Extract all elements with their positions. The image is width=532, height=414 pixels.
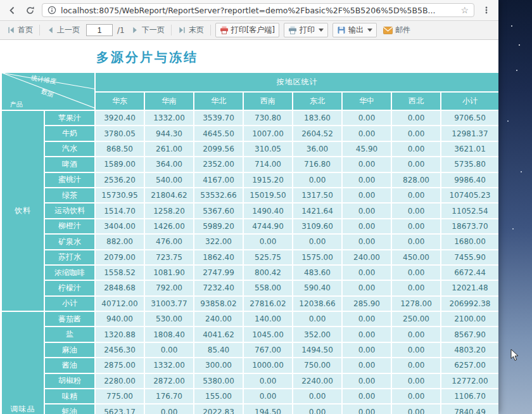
value-cell: 1007.00 (243, 126, 293, 141)
value-cell: 2456.30 (95, 342, 144, 358)
value-cell: 3404.00 (95, 219, 144, 234)
product-cell: 蚝油 (44, 404, 95, 414)
value-cell: 0.00 (342, 172, 391, 188)
value-cell: 240.00 (342, 250, 391, 265)
value-cell: 1680.00 (441, 234, 498, 249)
value-cell: 1808.40 (144, 327, 194, 342)
prev-page-button[interactable]: 上一页 (44, 23, 82, 37)
value-cell: 93858.02 (194, 296, 243, 311)
column-header: 华中 (342, 92, 391, 110)
first-page-button[interactable]: 首页 (5, 23, 35, 37)
report-title: 多源分片与冻结 (96, 49, 498, 66)
back-arrow-icon (8, 6, 17, 15)
product-cell: 盐 (44, 327, 95, 342)
table-row: 酱油2875.001332.00300.001000.00750.000.000… (1, 358, 498, 373)
value-cell: 714.00 (243, 157, 293, 172)
product-cell: 麻油 (44, 342, 95, 358)
value-cell: 0.00 (342, 389, 391, 404)
value-cell: 155.00 (194, 389, 243, 404)
value-cell: 2079.00 (95, 250, 144, 265)
value-cell: 1862.40 (194, 250, 243, 265)
value-cell: 15730.95 (95, 188, 144, 203)
value-cell: 1106.70 (441, 389, 498, 404)
mouse-cursor (510, 349, 519, 361)
table-row: 饮料苹果汁3920.401332.003539.70730.80183.600.… (1, 110, 498, 126)
next-page-label: 下一页 (142, 25, 165, 36)
table-row: 盐1320.881808.404041.621045.00352.000.000… (1, 327, 498, 342)
value-cell: 0.00 (342, 280, 391, 295)
address-bar[interactable]: localhost:8075/WebReport/ReportServer?re… (42, 3, 474, 17)
value-cell: 940.00 (95, 311, 144, 327)
value-cell: 2240.00 (293, 373, 342, 389)
value-cell: 0.00 (293, 311, 342, 327)
value-cell: 0.00 (243, 373, 293, 389)
value-cell: 0.00 (342, 358, 391, 373)
value-cell: 3109.60 (293, 219, 342, 234)
export-button[interactable]: 输出 (332, 23, 377, 37)
value-cell: 3621.01 (441, 141, 498, 157)
column-header: 华北 (194, 92, 243, 110)
value-cell: 3539.70 (194, 110, 243, 126)
value-cell: 0.00 (293, 172, 342, 188)
value-cell: 0.00 (293, 404, 342, 414)
value-cell: 0.00 (391, 404, 441, 414)
print-client-button[interactable]: 打印[客户端] (215, 23, 279, 37)
value-cell: 15019.50 (243, 188, 293, 203)
value-cell: 7232.40 (194, 280, 243, 295)
product-cell: 小计 (44, 296, 95, 311)
product-cell: 胡椒粉 (44, 373, 95, 389)
table-row: 胡椒粉2280.002872.005380.000.002240.000.000… (1, 373, 498, 389)
product-cell: 牛奶 (44, 126, 95, 141)
value-cell: 1558.52 (95, 265, 144, 280)
value-cell: 36.00 (293, 141, 342, 157)
value-cell: 0.00 (391, 219, 441, 234)
last-page-button[interactable]: 末页 (176, 23, 206, 37)
table-row: 苏打水2079.00723.751862.40525.751575.00240.… (1, 250, 498, 265)
back-button[interactable] (6, 4, 18, 16)
table-row: 味精775.00176.70155.000.000.000.000.001106… (1, 389, 498, 404)
toolbar-separator (210, 25, 211, 36)
value-cell: 1317.50 (293, 188, 342, 203)
report-toolbar: 首页 上一页 /1 下一页 末页 打印[客户端] 打印 输出 (0, 21, 498, 40)
value-cell: 590.40 (293, 280, 342, 295)
value-cell: 300.00 (194, 358, 243, 373)
value-cell: 0.00 (391, 157, 441, 172)
browser-menu-button[interactable] (481, 4, 492, 16)
value-cell: 3780.05 (95, 126, 144, 141)
product-cell: 蕃茄酱 (44, 311, 95, 327)
value-cell: 0.00 (391, 358, 441, 373)
value-cell: 2604.52 (293, 126, 342, 141)
value-cell: 4645.50 (194, 126, 243, 141)
value-cell: 176.70 (144, 389, 194, 404)
mail-icon (383, 27, 393, 34)
value-cell: 750.00 (293, 358, 342, 373)
value-cell: 0.00 (342, 188, 391, 203)
next-page-button[interactable]: 下一页 (129, 23, 167, 37)
reload-button[interactable] (24, 4, 35, 16)
report-area: 多源分片与冻结 统计维度 数据 产品 (0, 41, 498, 414)
bookmark-star-icon[interactable]: ☆ (460, 6, 469, 15)
value-cell: 0.00 (342, 311, 391, 327)
value-cell: 5367.60 (194, 203, 243, 218)
value-cell: 250.00 (391, 311, 441, 327)
value-cell: 525.75 (243, 250, 293, 265)
value-cell: 5623.17 (95, 404, 144, 414)
value-cell: 31003.77 (144, 296, 194, 311)
reload-icon (25, 6, 35, 15)
page-number-input[interactable] (86, 24, 113, 36)
value-cell: 0.00 (391, 141, 441, 157)
product-cell: 苹果汁 (44, 110, 95, 126)
value-cell: 0.00 (391, 126, 441, 141)
column-header: 西南 (243, 92, 293, 110)
value-cell: 11052.54 (441, 203, 498, 218)
mail-button[interactable]: 邮件 (381, 23, 412, 37)
value-cell: 1421.64 (293, 203, 342, 218)
value-cell: 310.05 (243, 141, 293, 157)
value-cell: 0.00 (391, 342, 441, 358)
value-cell: 1045.00 (243, 327, 293, 342)
print-button[interactable]: 打印 (284, 23, 328, 37)
table-row: 啤酒1589.00364.002352.00714.00716.800.000.… (1, 157, 498, 172)
value-cell: 730.80 (243, 110, 293, 126)
value-cell: 9706.50 (441, 110, 498, 126)
value-cell: 1514.70 (95, 203, 144, 218)
